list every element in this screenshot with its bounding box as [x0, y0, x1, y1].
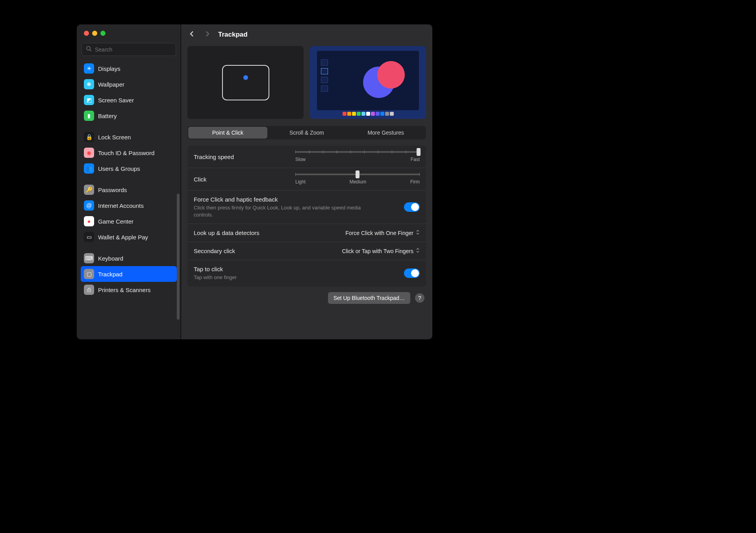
close-button[interactable]	[84, 31, 89, 36]
sidebar-item-icon: 🔑	[84, 185, 94, 195]
sidebar-item-label: Lock Screen	[98, 134, 131, 141]
sidebar-item-icon: @	[84, 200, 94, 211]
tracking-fast-label: Fast	[411, 157, 420, 162]
secondary-click-value: Click or Tap with Two Fingers	[342, 248, 413, 254]
settings-panel: Tracking speed Slow Fast Click	[187, 146, 426, 287]
sidebar-item-label: Battery	[98, 113, 117, 119]
sidebar-item-users-groups[interactable]: 👥Users & Groups	[81, 161, 177, 176]
color-swatch	[390, 112, 394, 116]
sidebar-item-label: Game Center	[98, 218, 133, 225]
tap-to-click-toggle[interactable]	[404, 268, 420, 278]
sidebar-item-label: Internet Accounts	[98, 202, 144, 209]
sidebar-item-game-center[interactable]: ●Game Center	[81, 213, 177, 229]
trackpad-illustration	[222, 65, 269, 100]
sidebar-item-label: Wallet & Apple Pay	[98, 234, 148, 241]
tracking-speed-row: Tracking speed Slow Fast	[187, 146, 426, 168]
tracking-speed-thumb[interactable]	[417, 148, 421, 156]
sidebar-item-screen-saver[interactable]: ◩Screen Saver	[81, 92, 177, 108]
tap-to-click-label: Tap to click	[194, 266, 237, 272]
setup-bluetooth-button[interactable]: Set Up Bluetooth Trackpad…	[328, 292, 410, 304]
zoom-button[interactable]	[100, 31, 106, 36]
sidebar-item-lock-screen[interactable]: 🔒Lock Screen	[81, 129, 177, 145]
sidebar-item-icon: ◩	[84, 95, 94, 105]
tab-more-gestures[interactable]: More Gestures	[346, 127, 425, 139]
sidebar-item-wallpaper[interactable]: ❋Wallpaper	[81, 76, 177, 92]
tracking-slow-label: Slow	[295, 157, 306, 162]
sidebar-item-label: Screen Saver	[98, 97, 134, 104]
sidebar-item-icon: ⌨	[84, 253, 94, 263]
sidebar-item-icon: ●	[84, 216, 94, 226]
click-firm-label: Firm	[410, 179, 420, 185]
search-input[interactable]	[95, 46, 172, 53]
color-swatch	[380, 112, 384, 116]
lookup-select[interactable]: Force Click with One Finger	[345, 229, 420, 236]
secondary-click-label: Secondary click	[194, 248, 235, 254]
click-thumb[interactable]	[356, 170, 359, 178]
sidebar-item-displays[interactable]: ☀Displays	[81, 61, 177, 76]
color-swatch	[352, 112, 356, 116]
color-swatch	[357, 112, 361, 116]
tab-point-click[interactable]: Point & Click	[188, 127, 267, 139]
secondary-click-select[interactable]: Click or Tap with Two Fingers	[342, 248, 420, 254]
forward-button[interactable]	[203, 30, 211, 39]
force-click-row: Force Click and haptic feedback Click th…	[187, 191, 426, 224]
svg-line-1	[90, 50, 91, 51]
sidebar-item-battery[interactable]: ▮Battery	[81, 108, 177, 124]
tabs: Point & ClickScroll & ZoomMore Gestures	[187, 126, 426, 139]
sidebar-item-label: Passwords	[98, 187, 127, 193]
color-swatch	[343, 112, 346, 116]
sidebar-item-passwords[interactable]: 🔑Passwords	[81, 182, 177, 198]
sidebar-item-label: Trackpad	[98, 271, 122, 278]
sidebar-item-label: Keyboard	[98, 255, 123, 262]
lookup-label: Look up & data detectors	[194, 229, 259, 236]
updown-icon	[416, 248, 420, 254]
sidebar-item-touch-id-password[interactable]: ◉Touch ID & Password	[81, 145, 177, 161]
scrollbar[interactable]	[177, 194, 180, 320]
sidebar-item-icon: ❋	[84, 79, 94, 89]
window-controls	[77, 24, 181, 41]
color-swatch	[366, 112, 370, 116]
force-click-sub: Click then press firmly for Quick Look, …	[194, 204, 363, 218]
minimize-button[interactable]	[92, 31, 97, 36]
sidebar-item-icon: ☀	[84, 63, 94, 74]
sidebar-item-icon: ▢	[84, 269, 94, 279]
sidebar-item-printers-scanners[interactable]: ⎙Printers & Scanners	[81, 282, 177, 298]
tracking-speed-slider[interactable]	[295, 151, 420, 153]
sidebar-item-keyboard[interactable]: ⌨Keyboard	[81, 250, 177, 266]
updown-icon	[416, 229, 420, 236]
sidebar-item-icon: ▮	[84, 111, 94, 121]
sidebar-item-icon: ◉	[84, 148, 94, 158]
tracking-speed-label: Tracking speed	[194, 154, 234, 160]
sidebar-item-icon: 👥	[84, 163, 94, 174]
screen-preview-inner	[317, 51, 419, 110]
color-swatch	[347, 112, 351, 116]
sidebar-item-trackpad[interactable]: ▢Trackpad	[81, 266, 177, 282]
search-input-wrapper[interactable]	[82, 43, 176, 56]
sidebar-item-icon: 🔒	[84, 132, 94, 142]
force-click-toggle[interactable]	[404, 202, 420, 212]
preview-row	[187, 46, 426, 119]
back-button[interactable]	[188, 30, 196, 39]
trackpad-touch-dot	[243, 75, 248, 80]
settings-window: ☀Displays❋Wallpaper◩Screen Saver▮Battery…	[77, 24, 432, 339]
color-swatch	[376, 112, 380, 116]
sidebar-item-wallet-apple-pay[interactable]: ▭Wallet & Apple Pay	[81, 229, 177, 245]
tab-scroll-zoom[interactable]: Scroll & Zoom	[267, 127, 346, 139]
click-light-label: Light	[295, 179, 306, 185]
force-click-label: Force Click and haptic feedback	[194, 196, 363, 203]
svg-point-0	[87, 46, 90, 50]
color-swatch	[371, 112, 375, 116]
main-content: Trackpad	[181, 24, 432, 339]
click-label: Click	[194, 176, 207, 183]
page-title: Trackpad	[218, 31, 248, 39]
screen-preview-pane	[310, 46, 426, 119]
trackpad-preview-pane	[187, 46, 304, 119]
secondary-click-row: Secondary click Click or Tap with Two Fi…	[187, 242, 426, 260]
sidebar: ☀Displays❋Wallpaper◩Screen Saver▮Battery…	[77, 24, 181, 339]
help-button[interactable]: ?	[415, 293, 424, 303]
sidebar-item-internet-accounts[interactable]: @Internet Accounts	[81, 198, 177, 213]
click-medium-label: Medium	[350, 179, 367, 185]
search-icon	[86, 46, 92, 53]
click-slider[interactable]	[295, 174, 420, 175]
color-swatch	[361, 112, 365, 116]
